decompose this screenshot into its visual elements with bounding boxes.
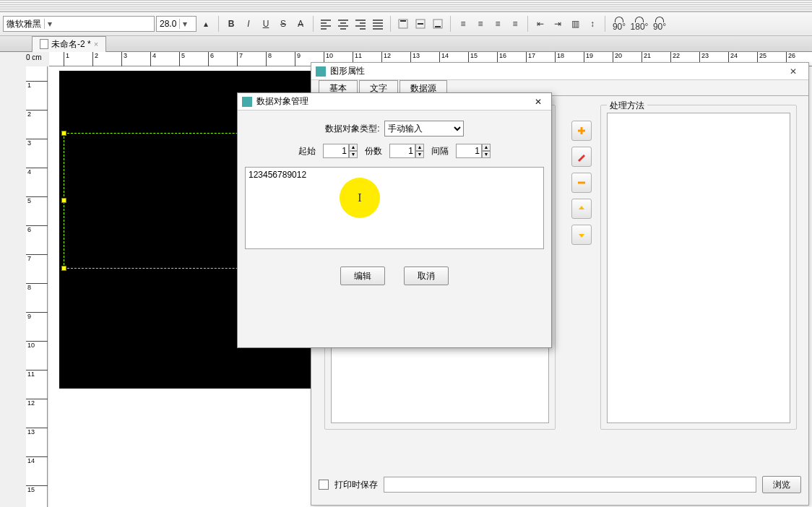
ruler-h-tick: 5 <box>179 52 185 66</box>
start-input[interactable] <box>323 144 349 158</box>
start-label: 起始 <box>298 145 316 157</box>
bold-button[interactable]: B <box>223 16 239 32</box>
strike-button[interactable]: S <box>275 16 291 32</box>
action-buttons <box>571 121 595 245</box>
count-label: 份数 <box>365 145 382 157</box>
indent-dec-button[interactable]: ⇤ <box>532 16 548 32</box>
ruler-h-tick: 7 <box>237 52 243 66</box>
document-tab-bar: 未命名-2 * × <box>0 36 812 52</box>
spin-up-icon[interactable]: ▲ <box>349 144 358 151</box>
handle-tl[interactable] <box>61 131 66 136</box>
add-button[interactable] <box>571 121 592 141</box>
save-path-input[interactable] <box>384 477 756 493</box>
ruler-h-tick: 9 <box>295 52 301 66</box>
app-icon <box>242 97 252 107</box>
line-spacing-mid[interactable]: ≡ <box>472 16 488 32</box>
align-left-button[interactable] <box>318 16 334 32</box>
gap-input[interactable] <box>456 144 482 158</box>
method-legend: 处理方法 <box>607 100 647 112</box>
spin-up-icon[interactable]: ▲ <box>415 144 424 151</box>
clear-format-button[interactable]: A̶ <box>293 16 308 32</box>
data-object-dialog: 数据对象管理 数据对象类型: 手动输入 起始 ▲▼ 份数 ▲▼ 间隔 ▲▼ 12… <box>237 92 552 348</box>
rotate-180-button[interactable]: 180° <box>630 17 649 31</box>
handle-bl[interactable] <box>61 266 66 271</box>
chevron-down-icon: ▾ <box>44 19 54 29</box>
close-button[interactable]: ✕ <box>782 65 804 78</box>
move-down-button[interactable] <box>571 225 592 245</box>
ruler-h-tick: 3 <box>121 52 127 66</box>
dialog-close-button[interactable] <box>530 95 547 108</box>
ruler-unit-label: 0 cm <box>26 53 42 61</box>
ruler-v-tick: 13 <box>26 428 48 436</box>
title-hatch <box>0 0 812 12</box>
rotate-90-button[interactable]: 90° <box>610 17 629 31</box>
dialog-edit-button[interactable]: 编辑 <box>340 266 385 285</box>
ruler-v-tick: 3 <box>26 139 48 147</box>
valign-top-button[interactable] <box>395 16 411 32</box>
ruler-v-tick: 5 <box>26 196 48 204</box>
method-list[interactable] <box>607 113 790 423</box>
ruler-v-tick: 10 <box>26 341 48 349</box>
font-family-value: 微软雅黑 <box>7 18 41 30</box>
rotate-neg90-button[interactable]: 90° <box>650 17 669 31</box>
font-size-combo[interactable]: 28.0 ▾ <box>156 16 196 32</box>
valign-bottom-button[interactable] <box>430 16 446 32</box>
cursor-highlight-icon: I <box>340 178 380 218</box>
move-up-button[interactable] <box>571 199 592 219</box>
ruler-h-tick: 6 <box>208 52 214 66</box>
valign-middle-button[interactable] <box>413 16 428 32</box>
underline-button[interactable]: U <box>258 16 274 32</box>
spinner-up-icon[interactable]: ▴ <box>198 16 214 32</box>
align-center-button[interactable] <box>335 16 351 32</box>
count-spinbox[interactable]: ▲▼ <box>389 144 424 158</box>
direction-button[interactable]: ↕ <box>584 16 600 32</box>
align-right-button[interactable] <box>353 16 368 32</box>
ruler-v-tick: 8 <box>26 283 48 291</box>
document-tab[interactable]: 未命名-2 * × <box>32 36 106 52</box>
handle-ml[interactable] <box>61 198 66 203</box>
ruler-v-tick: 7 <box>26 254 48 262</box>
line-spacing-custom[interactable]: ≡ <box>507 16 523 32</box>
font-family-combo[interactable]: 微软雅黑 ▾ <box>3 16 155 32</box>
indent-inc-button[interactable]: ⇥ <box>550 16 566 32</box>
ruler-v-tick: 11 <box>26 370 48 378</box>
ruler-h-tick: 1 <box>64 52 69 66</box>
ruler-h-tick: 8 <box>266 52 272 66</box>
spin-up-icon[interactable]: ▲ <box>482 144 491 151</box>
data-textarea-value: 123456789012 <box>249 170 306 180</box>
columns-button[interactable]: ▥ <box>567 16 583 32</box>
ruler-v-tick: 4 <box>26 168 48 176</box>
ruler-v-tick: 9 <box>26 312 48 320</box>
dialog-cancel-button[interactable]: 取消 <box>404 266 449 285</box>
document-tab-label: 未命名-2 * <box>51 38 91 51</box>
ruler-v-tick: 6 <box>26 225 48 233</box>
line-spacing-wide[interactable]: ≡ <box>490 16 506 32</box>
gap-spinbox[interactable]: ▲▼ <box>456 144 491 158</box>
align-justify-button[interactable] <box>370 16 386 32</box>
data-textarea[interactable]: 123456789012 I <box>245 167 544 249</box>
spin-down-icon[interactable]: ▼ <box>349 151 358 158</box>
ruler-v-tick: 2 <box>26 110 48 118</box>
document-icon <box>40 39 48 49</box>
edit-button[interactable] <box>571 147 592 167</box>
remove-button[interactable] <box>571 173 592 193</box>
ruler-vertical: 123456789101112131415 <box>26 66 48 507</box>
line-spacing-tight[interactable]: ≡ <box>455 16 471 32</box>
format-toolbar: 微软雅黑 ▾ 28.0 ▾ ▴ B I U S A̶ ≡ ≡ ≡ ≡ ⇤ ⇥ ▥… <box>0 12 812 36</box>
panel-title: 图形属性 <box>330 65 365 77</box>
ruler-v-tick: 1 <box>26 81 48 89</box>
save-on-print-label: 打印时保存 <box>334 479 378 491</box>
save-on-print-checkbox[interactable] <box>319 480 329 490</box>
count-input[interactable] <box>389 144 415 158</box>
spin-down-icon[interactable]: ▼ <box>482 151 491 158</box>
italic-button[interactable]: I <box>241 16 256 32</box>
type-select[interactable]: 手动输入 <box>384 121 464 136</box>
font-size-value: 28.0 <box>160 19 176 29</box>
gap-label: 间隔 <box>431 145 449 157</box>
start-spinbox[interactable]: ▲▼ <box>323 144 358 158</box>
close-icon[interactable]: × <box>94 40 98 48</box>
dialog-title: 数据对象管理 <box>256 95 308 108</box>
browse-button[interactable]: 浏览 <box>762 476 801 493</box>
chevron-down-icon: ▾ <box>179 19 189 29</box>
spin-down-icon[interactable]: ▼ <box>415 151 424 158</box>
